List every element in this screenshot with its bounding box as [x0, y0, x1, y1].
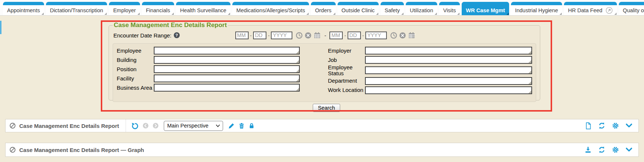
- business-area-label: Business Area: [117, 85, 154, 91]
- start-date-icons: [296, 32, 321, 39]
- end-date-icons: [390, 32, 415, 39]
- download-icon[interactable]: [584, 146, 592, 153]
- end-month-input[interactable]: [329, 32, 343, 39]
- form-field-row: Business Area: [117, 83, 301, 92]
- refresh-icon[interactable]: [598, 146, 605, 153]
- employer-label: Employer: [328, 48, 365, 54]
- text-input-frame: [365, 66, 532, 74]
- form-field-row: Position: [117, 65, 301, 74]
- work-location-input[interactable]: [366, 87, 531, 93]
- external-link-icon[interactable]: [605, 7, 613, 14]
- tab-hr-data-feed[interactable]: HR Data Feed: [564, 2, 617, 15]
- collapse-chevron-icon[interactable]: [625, 147, 633, 153]
- tab-safety[interactable]: Safety: [381, 2, 404, 15]
- form-field-row: Employer: [328, 46, 532, 55]
- tab-quality-of-care[interactable]: Quality of Care: [619, 2, 644, 15]
- employee-input[interactable]: [155, 47, 299, 54]
- work-location-label: Work Location: [328, 87, 365, 93]
- text-input-frame: [154, 56, 300, 64]
- job-input[interactable]: [366, 57, 531, 63]
- clock-icon[interactable]: [296, 32, 303, 39]
- tab-accent-strip: [232, 2, 309, 5]
- end-date-group: - -: [329, 32, 387, 39]
- tab-accent-strip: [406, 2, 437, 5]
- calendar-icon[interactable]: [313, 32, 321, 39]
- employee-status-input[interactable]: [366, 67, 531, 73]
- position-input[interactable]: [155, 66, 299, 72]
- report-panel-title-area: Case Management Enc Details Report: [6, 119, 126, 132]
- tab-accent-strip: [511, 2, 562, 5]
- tab-utilization[interactable]: Utilization: [406, 2, 437, 15]
- building-input[interactable]: [155, 57, 299, 63]
- tab-visits[interactable]: Visits: [439, 2, 460, 15]
- start-month-input[interactable]: [235, 32, 249, 39]
- search-button[interactable]: Search: [313, 104, 340, 112]
- text-input-frame: [365, 77, 532, 85]
- date-separator: -: [362, 33, 364, 38]
- clock-icon[interactable]: [390, 32, 397, 39]
- delete-trash-icon[interactable]: [238, 122, 245, 129]
- text-input-frame: [154, 47, 300, 54]
- graph-panel-right-icons: [584, 146, 638, 153]
- employer-input[interactable]: [366, 47, 531, 54]
- tab-outside-clinic[interactable]: Outside Clinic: [338, 2, 379, 15]
- module-tab-bar: Appointments Dictation/Transcription Emp…: [0, 0, 644, 16]
- edit-pencil-icon[interactable]: [228, 122, 235, 129]
- tab-label: Utilization: [410, 7, 433, 13]
- report-panel-right-icons: [585, 122, 638, 130]
- tab-medications-allergies-scripts[interactable]: Medications/Allergies/Scripts: [232, 2, 309, 15]
- tab-accent-strip: [619, 2, 644, 5]
- tab-accent-strip: [338, 2, 379, 5]
- tab-label: Employer: [113, 7, 136, 13]
- tab-health-surveillance[interactable]: Health Surveillance: [176, 2, 230, 15]
- help-icon[interactable]: ?: [174, 32, 180, 38]
- start-day-input[interactable]: [253, 32, 266, 39]
- report-panel-title: Case Management Enc Details Report: [19, 123, 119, 129]
- clear-date-icon[interactable]: [399, 32, 406, 39]
- text-input-frame: [365, 56, 532, 64]
- tab-industrial-hygiene[interactable]: Industrial Hygiene: [511, 2, 562, 15]
- date-separator: -: [250, 33, 252, 38]
- job-label: Job: [328, 57, 365, 63]
- tab-accent-strip: [439, 2, 460, 5]
- form-field-row: Department: [328, 76, 532, 86]
- settings-gear-icon[interactable]: [612, 146, 619, 153]
- tab-wr-case-mgmt[interactable]: WR Case Mgmt: [462, 2, 509, 15]
- lock-icon[interactable]: [248, 122, 255, 129]
- tab-orders[interactable]: Orders: [311, 2, 335, 15]
- department-label: Department: [328, 78, 365, 84]
- tab-accent-strip: [564, 2, 617, 5]
- department-input[interactable]: [366, 78, 531, 84]
- facility-input[interactable]: [155, 75, 299, 82]
- settings-gear-icon[interactable]: [612, 122, 619, 129]
- next-perspective-icon[interactable]: [152, 122, 159, 129]
- form-field-row: Employee: [117, 46, 301, 55]
- form-field-row: Work Location: [328, 86, 532, 95]
- tab-accent-strip: [3, 2, 44, 5]
- position-label: Position: [117, 66, 154, 72]
- end-day-input[interactable]: [348, 32, 361, 39]
- facility-label: Facility: [117, 76, 154, 82]
- new-page-icon[interactable]: [585, 122, 592, 130]
- date-range-label: Encounter Date Range:: [113, 32, 172, 39]
- tab-label: Visits: [443, 7, 456, 13]
- prev-perspective-icon[interactable]: [142, 122, 149, 129]
- left-field-column: Employee Building Position Facility Busi…: [117, 46, 301, 99]
- collapse-chevron-icon[interactable]: [625, 123, 633, 129]
- form-field-row: Facility: [117, 74, 301, 83]
- calendar-icon[interactable]: [408, 32, 415, 39]
- tab-employer[interactable]: Employer: [109, 2, 140, 15]
- tab-accent-strip: [176, 2, 230, 5]
- end-year-input[interactable]: [365, 32, 387, 39]
- tab-appointments[interactable]: Appointments: [3, 2, 44, 15]
- clear-date-icon[interactable]: [305, 32, 312, 39]
- tab-dictation-transcription[interactable]: Dictation/Transcription: [46, 2, 107, 15]
- business-area-input[interactable]: [155, 85, 299, 91]
- perspective-select[interactable]: Main Perspective: [164, 121, 223, 131]
- form-field-row: Employee Status: [328, 65, 532, 76]
- start-year-input[interactable]: [271, 32, 292, 39]
- tab-accent-strip: [381, 2, 404, 5]
- refresh-icon[interactable]: [598, 122, 605, 129]
- undo-icon[interactable]: [131, 122, 139, 130]
- tab-financials[interactable]: Financials: [142, 2, 174, 15]
